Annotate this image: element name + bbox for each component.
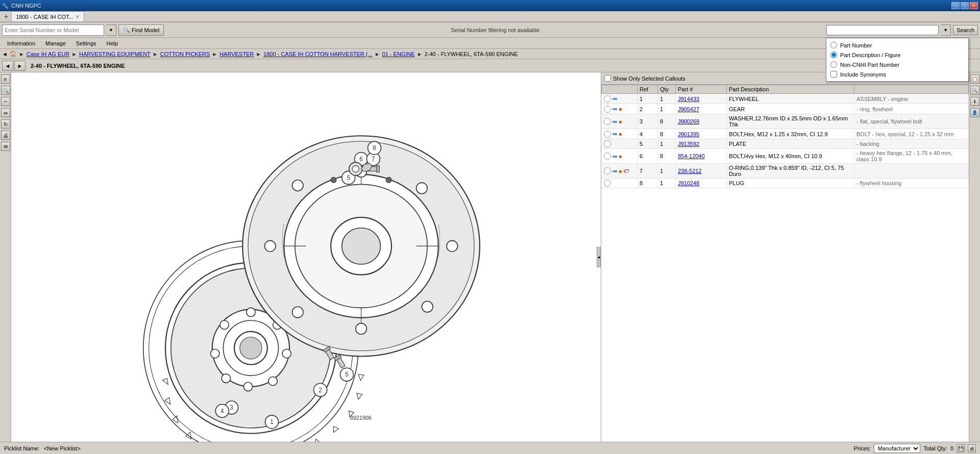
row-description: BOLT,Hex, M12 x 1.25 x 32mm, CI 12.9	[727, 129, 854, 139]
row-select-circle[interactable]	[604, 118, 611, 125]
left-sidebar: ≡ 🔍 − ⇔ ↻ 🖨 ✉	[0, 72, 11, 442]
row-select-circle[interactable]	[604, 180, 611, 187]
row-part-number[interactable]: J905427	[676, 104, 727, 114]
row-ref: 2	[638, 104, 658, 114]
menu-manage[interactable]: Manage	[40, 38, 71, 49]
row-cart-icon[interactable]: ●	[619, 118, 623, 125]
menu-settings[interactable]: Settings	[71, 38, 102, 49]
breadcrumb-case-ih[interactable]: Case IH AG EUR	[27, 51, 69, 57]
save-icon[interactable]: 💾	[957, 444, 965, 452]
part-number-link[interactable]: 854-12040	[678, 153, 705, 159]
row-arrow-icon[interactable]: ➡	[612, 118, 618, 125]
svg-text:7: 7	[372, 156, 375, 163]
sidebar-fit-icon[interactable]: ⇔	[1, 108, 10, 117]
tab-close-button[interactable]: ✕	[76, 14, 80, 19]
row-arrow-icon[interactable]: ➡	[612, 95, 618, 103]
menu-information[interactable]: Information	[2, 38, 40, 49]
part-number-link[interactable]: J905427	[678, 106, 699, 112]
sidebar-rotate-icon[interactable]: ↻	[1, 119, 10, 129]
collapse-panel-button[interactable]: ◄	[597, 247, 601, 267]
row-part-number[interactable]: 238-5212	[676, 164, 727, 179]
row-part-number[interactable]: 854-12040	[676, 149, 727, 164]
search-option-synonyms[interactable]: Include Synonyms	[828, 69, 966, 79]
nav-home-icon[interactable]: 🏠	[10, 51, 17, 57]
serial-input[interactable]	[2, 24, 104, 36]
row-arrow-icon[interactable]: ➡	[612, 130, 618, 138]
row-action-icons: ➡●	[602, 129, 638, 139]
right-sidebar-icon3[interactable]: ℹ	[970, 97, 979, 106]
row-select-circle[interactable]	[604, 131, 611, 138]
status-bar-right: Prices: Manufacturer Dealer Retail Total…	[854, 444, 976, 453]
search-radio-non-cnhi[interactable]	[830, 61, 837, 68]
row-arrow-icon[interactable]: ➡	[612, 105, 618, 113]
row-tag-icon[interactable]: 🏷	[623, 168, 629, 174]
search-input[interactable]	[826, 25, 939, 35]
part-number-link[interactable]: J901395	[678, 131, 699, 137]
row-arrow-icon[interactable]: ➡	[612, 153, 618, 160]
right-sidebar-icon1[interactable]: 📋	[970, 74, 979, 84]
part-number-link[interactable]: J900269	[678, 118, 699, 124]
find-model-button[interactable]: 🔍 Find Model	[118, 24, 164, 36]
row-select-circle[interactable]	[604, 95, 611, 103]
total-qty-label: Total Qty:	[923, 445, 947, 451]
callout-filter-checkbox[interactable]	[604, 75, 611, 82]
sidebar-zoom-out-icon[interactable]: −	[1, 97, 10, 106]
new-tab-button[interactable]: +	[1, 11, 11, 21]
print-status-icon[interactable]: 🖨	[968, 444, 976, 452]
breadcrumb-harvesting[interactable]: HARVESTING EQUIPMENT	[79, 51, 151, 57]
search-radio-part-number[interactable]	[830, 42, 837, 48]
part-number-link[interactable]: J913592	[678, 141, 699, 147]
svg-point-30	[422, 301, 433, 312]
nav-back-icon[interactable]: ◄	[2, 51, 8, 57]
minimize-button[interactable]: ─	[951, 2, 960, 9]
search-radio-part-description[interactable]	[830, 52, 837, 58]
callout-filter-label[interactable]: Show Only Selected Callouts	[604, 75, 685, 82]
parts-table-container[interactable]: Ref Qty Part # Part Description ➡11J9144…	[601, 85, 969, 442]
svg-point-11	[282, 349, 291, 358]
svg-point-14	[222, 374, 230, 383]
maximize-button[interactable]: □	[961, 2, 969, 9]
sidebar-print-icon[interactable]: 🖨	[1, 131, 10, 140]
breadcrumb-harvester[interactable]: HARVESTER	[219, 51, 254, 57]
search-button[interactable]: Search	[953, 25, 978, 35]
tab-main[interactable]: 1800 - CASE IH COT... ✕	[11, 11, 84, 21]
row-action-icons: ➡●	[602, 114, 638, 129]
row-arrow-icon[interactable]: ➡	[612, 167, 618, 175]
part-number-link[interactable]: 238-5212	[678, 168, 702, 174]
prices-select[interactable]: Manufacturer Dealer Retail	[874, 444, 920, 453]
row-cart-icon[interactable]: ●	[619, 105, 623, 113]
diagram-next-button[interactable]: ►	[14, 61, 26, 71]
diagram-prev-button[interactable]: ◄	[2, 61, 13, 71]
breadcrumb-engine[interactable]: 01 - ENGINE	[382, 51, 415, 57]
search-option-non-cnhi[interactable]: Non-CNHI Part Number	[828, 60, 966, 69]
row-select-circle[interactable]	[604, 153, 611, 160]
row-part-number[interactable]: J913592	[676, 139, 727, 149]
breadcrumb-1800[interactable]: 1800 - CASE IH COTTON HARVESTER (...	[263, 51, 373, 57]
row-part-number[interactable]: J910248	[676, 179, 727, 188]
right-sidebar-icon4[interactable]: 👤	[970, 108, 979, 117]
row-cart-icon[interactable]: ●	[619, 130, 623, 138]
sidebar-email-icon[interactable]: ✉	[1, 142, 10, 151]
part-number-link[interactable]: J910248	[678, 180, 699, 186]
search-checkbox-synonyms[interactable]	[830, 71, 837, 78]
row-cart-icon[interactable]: ●	[619, 153, 623, 160]
row-cart-icon[interactable]: ●	[619, 167, 623, 175]
row-part-number[interactable]: J901395	[676, 129, 727, 139]
sidebar-zoom-in-icon[interactable]: 🔍	[1, 86, 10, 95]
app-icon: 🔧	[2, 3, 8, 9]
row-part-number[interactable]: J900269	[676, 114, 727, 129]
breadcrumb-cotton-pickers[interactable]: COTTON PICKERS	[160, 51, 210, 57]
search-dropdown-arrow[interactable]: ▼	[941, 24, 951, 36]
menu-help[interactable]: Help	[102, 38, 124, 49]
part-number-link[interactable]: J914433	[678, 96, 699, 102]
close-button[interactable]: ✕	[970, 2, 978, 9]
row-part-number[interactable]: J914433	[676, 94, 727, 104]
row-select-circle[interactable]	[604, 140, 611, 147]
right-sidebar-icon2[interactable]: 🔍	[970, 86, 979, 95]
row-select-circle[interactable]	[604, 167, 611, 174]
row-select-circle[interactable]	[604, 106, 611, 113]
sidebar-menu-icon[interactable]: ≡	[1, 74, 10, 84]
search-option-part-description[interactable]: Part Description / Figure	[828, 50, 966, 60]
search-option-part-number[interactable]: Part Number	[828, 40, 966, 50]
serial-dropdown-arrow[interactable]: ▼	[106, 24, 116, 36]
